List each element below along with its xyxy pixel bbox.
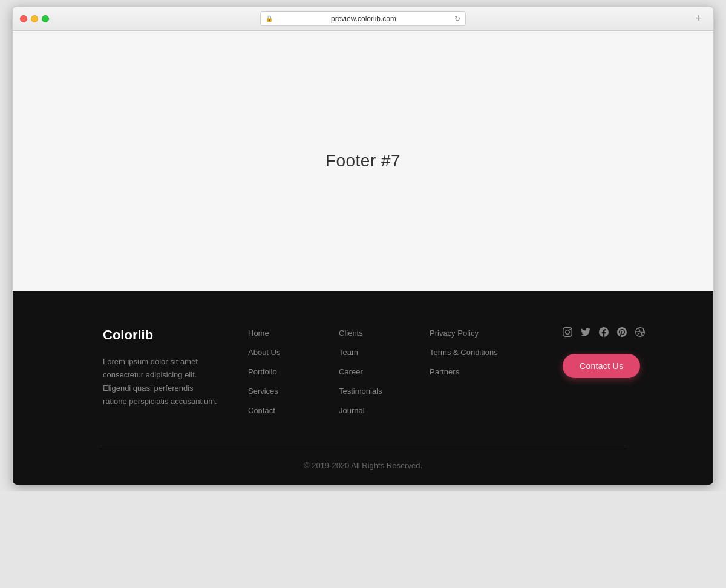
main-content-area: Footer #7 (13, 31, 713, 291)
brand-name: Colorlib (103, 327, 236, 343)
list-item: Portfolio (248, 366, 327, 377)
minimize-button[interactable] (31, 15, 38, 22)
footer-col-3: Privacy Policy Terms & Conditions Partne… (430, 327, 551, 416)
traffic-lights (20, 15, 49, 22)
footer-main: Colorlib Lorem ipsum dolor sit amet cons… (91, 327, 635, 446)
list-item: Services (248, 385, 327, 396)
lock-icon: 🔒 (266, 15, 273, 22)
link-services[interactable]: Services (248, 387, 278, 396)
list-item: Clients (339, 327, 417, 338)
refresh-icon[interactable]: ↻ (454, 15, 460, 23)
link-about-us[interactable]: About Us (248, 348, 280, 357)
list-item: Privacy Policy (430, 327, 551, 338)
list-item: Partners (430, 366, 551, 377)
pinterest-icon[interactable] (617, 327, 627, 339)
page-title: Footer #7 (325, 151, 401, 171)
link-contact[interactable]: Contact (248, 406, 275, 415)
browser-window: 🔒 preview.colorlib.com ↻ + Footer #7 Col… (12, 6, 714, 485)
browser-toolbar: 🔒 preview.colorlib.com ↻ + (13, 7, 713, 31)
list-item: Contact (248, 405, 327, 416)
link-career[interactable]: Career (339, 367, 363, 376)
browser-content: Footer #7 Colorlib Lorem ipsum dolor sit… (13, 31, 713, 485)
link-journal[interactable]: Journal (339, 406, 365, 415)
list-item: Home (248, 327, 327, 338)
footer-brand-col: Colorlib Lorem ipsum dolor sit amet cons… (103, 327, 236, 416)
link-portfolio[interactable]: Portfolio (248, 367, 277, 376)
link-testimonials[interactable]: Testimonials (339, 387, 382, 396)
copyright-text: © 2019-2020 All Rights Reserved. (13, 461, 713, 470)
new-tab-button[interactable]: + (692, 11, 706, 26)
link-team[interactable]: Team (339, 348, 358, 357)
footer-links-col1: Home About Us Portfolio Services Contact (248, 327, 327, 416)
twitter-icon[interactable] (581, 327, 590, 339)
brand-description: Lorem ipsum dolor sit amet consectetur a… (103, 355, 218, 408)
list-item: Testimonials (339, 385, 417, 396)
footer-social-col: Contact Us (563, 327, 659, 416)
instagram-icon[interactable] (563, 327, 572, 339)
list-item: About Us (248, 347, 327, 358)
list-item: Team (339, 347, 417, 358)
footer-bottom: © 2019-2020 All Rights Reserved. (13, 446, 713, 485)
footer-links-col3: Privacy Policy Terms & Conditions Partne… (430, 327, 551, 377)
close-button[interactable] (20, 15, 27, 22)
list-item: Career (339, 366, 417, 377)
dribbble-icon[interactable] (635, 327, 645, 339)
list-item: Terms & Conditions (430, 347, 551, 358)
list-item: Journal (339, 405, 417, 416)
footer-col-1: Home About Us Portfolio Services Contact (248, 327, 327, 416)
link-clients[interactable]: Clients (339, 328, 363, 338)
footer: Colorlib Lorem ipsum dolor sit amet cons… (13, 291, 713, 485)
contact-us-button[interactable]: Contact Us (563, 354, 640, 378)
footer-links-col2: Clients Team Career Testimonials Journal (339, 327, 417, 416)
url-text: preview.colorlib.com (276, 15, 451, 23)
link-terms-conditions[interactable]: Terms & Conditions (430, 348, 498, 357)
link-privacy-policy[interactable]: Privacy Policy (430, 328, 479, 338)
footer-col-2: Clients Team Career Testimonials Journal (339, 327, 417, 416)
maximize-button[interactable] (42, 15, 49, 22)
social-icons (563, 327, 659, 339)
link-home[interactable]: Home (248, 328, 269, 338)
facebook-icon[interactable] (599, 327, 609, 339)
link-partners[interactable]: Partners (430, 367, 459, 376)
address-bar[interactable]: 🔒 preview.colorlib.com ↻ (260, 11, 466, 26)
